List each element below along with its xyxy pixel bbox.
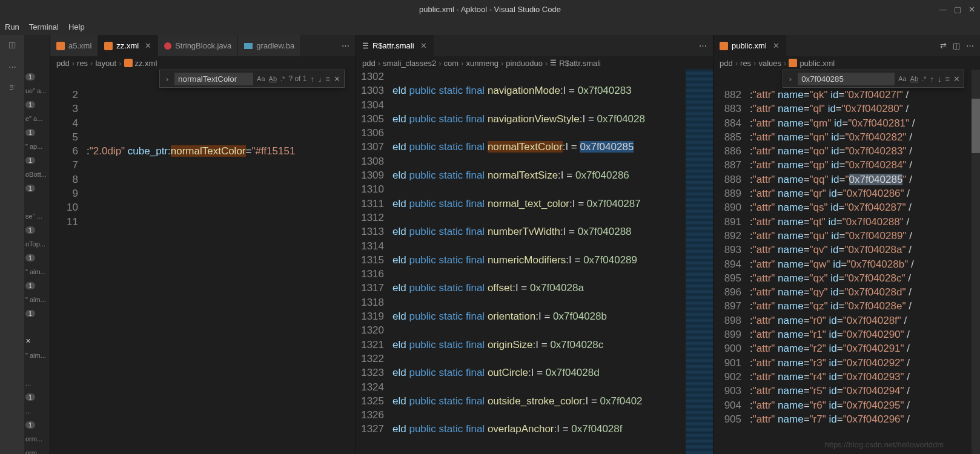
breadcrumb-item[interactable]: R$attr.smali [559, 59, 601, 68]
code-line[interactable]: :"attr" name="r2" id="0x7f040291" / [750, 341, 980, 355]
open-editor-entry[interactable] [24, 362, 50, 376]
find-close-icon[interactable]: ✕ [334, 74, 340, 84]
code-line[interactable]: :"attr" name="qr" id="0x7f040286" / [750, 186, 980, 200]
code-line[interactable] [392, 182, 686, 196]
code-line[interactable]: :"attr" name="qq" id="0x7f040285" / [750, 173, 980, 186]
code-area-1[interactable]: :"2.0dip" cube_ptr:normalTextColor="#ff1… [87, 70, 343, 454]
find-selection-icon[interactable]: ≡ [945, 74, 950, 84]
breadcrumb-item[interactable]: public.xml [800, 59, 835, 68]
minimap-2[interactable] [686, 70, 713, 454]
code-line[interactable]: :"attr" name="r0" id="0x7f04028f" / [750, 314, 980, 327]
files-icon[interactable]: ◫ [8, 40, 16, 49]
more-tabs-icon[interactable]: ⋯ [699, 41, 707, 50]
editor-body-1[interactable]: › Aa Ab .* ? of 1 ↑ ↓ ≡ ✕ 234567891011 :… [50, 70, 356, 454]
tab-zz-xml[interactable]: zz.xml✕ [98, 35, 158, 56]
code-line[interactable] [392, 352, 686, 366]
match-word-icon[interactable]: Ab [269, 75, 277, 82]
code-line[interactable]: eld public static final originSize:I = 0… [392, 338, 686, 352]
code-line[interactable]: :"attr" name="r1" id="0x7f040290" / [750, 327, 980, 341]
open-editor-entry[interactable]: oTop... [24, 237, 50, 251]
breadcrumb-item[interactable]: pdd [720, 59, 733, 68]
open-editor-entry[interactable]: ue" a... [24, 84, 50, 97]
find-prev-icon[interactable]: ↑ [930, 74, 934, 84]
breadcrumb-3[interactable]: pdd›res›values›public.xml [713, 56, 980, 70]
code-line[interactable]: :"attr" name="qm" id="0x7f040281" / [750, 116, 980, 130]
find-close-icon[interactable]: ✕ [953, 74, 960, 84]
close-icon[interactable]: ✕ [968, 5, 975, 14]
regex-icon[interactable]: .* [280, 75, 285, 82]
code-line[interactable]: :"attr" name="qu" id="0x7f040289" / [750, 229, 980, 243]
open-editor-entry[interactable]: " aim... [24, 265, 50, 278]
maximize-icon[interactable]: ▢ [954, 5, 961, 14]
code-line[interactable]: :"attr" name="qn" id="0x7f040282" / [750, 130, 980, 144]
open-editor-entry[interactable]: ... [24, 404, 50, 418]
code-line[interactable]: :"attr" name="qv" id="0x7f04028a" / [750, 243, 980, 257]
open-editor-entry[interactable]: ✕ [24, 334, 50, 348]
open-editor-entry[interactable]: orm... [24, 432, 50, 446]
code-line[interactable] [392, 126, 686, 140]
code-area-2[interactable]: eld public static final navigationMode:I… [392, 70, 686, 454]
find-next-icon[interactable]: ↓ [318, 74, 322, 84]
match-word-icon[interactable]: Ab [910, 75, 918, 82]
open-editor-entry[interactable]: 1 [24, 70, 50, 84]
code-line[interactable] [87, 158, 343, 172]
tab-public-xml[interactable]: public.xml✕ [713, 35, 786, 56]
breadcrumb-item[interactable]: pdd [362, 59, 376, 68]
breadcrumb-2[interactable]: pdd›smali_classes2›com›xunmeng›pinduoduo… [356, 56, 713, 70]
open-editor-entry[interactable]: 1 [24, 125, 50, 139]
code-line[interactable] [87, 215, 343, 229]
menu-help[interactable]: Help [68, 22, 85, 31]
tab-a5-xml[interactable]: a5.xml [50, 35, 98, 56]
code-line[interactable] [392, 267, 686, 281]
open-editor-entry[interactable]: 1 [24, 418, 50, 432]
breadcrumb-item[interactable]: smali_classes2 [383, 59, 436, 68]
open-editor-entry[interactable]: 1 [24, 251, 50, 265]
code-line[interactable]: eld public static final navigationMode:I… [392, 84, 686, 97]
open-editor-entry[interactable]: 1 [24, 278, 50, 292]
more-tabs-icon[interactable]: ⋯ [966, 41, 974, 50]
code-line[interactable]: eld public static final offset:I = 0x7f0… [392, 281, 686, 295]
open-editor-entry[interactable]: e" a... [24, 111, 50, 125]
code-line[interactable]: eld public static final outCircle:I = 0x… [392, 366, 686, 380]
breadcrumb-item[interactable]: pinduoduo [506, 59, 543, 68]
open-editor-entry[interactable]: 1 [24, 181, 50, 195]
code-line[interactable] [392, 211, 686, 225]
menu-run[interactable]: Run [5, 22, 19, 31]
menu-terminal[interactable]: Terminal [29, 22, 59, 31]
open-editor-entry[interactable]: orm... [24, 446, 50, 454]
code-line[interactable]: eld public static final orientation:I = … [392, 309, 686, 323]
editor-body-3[interactable]: › Aa Ab .* ↑ ↓ ≡ ✕ 882883884885886887888… [713, 70, 980, 454]
breadcrumb-item[interactable]: res [740, 59, 751, 68]
open-editor-entry[interactable]: ... [24, 376, 50, 390]
split-icon[interactable]: ◫ [953, 41, 960, 50]
code-line[interactable] [392, 408, 686, 422]
breadcrumb-item[interactable]: layout [95, 59, 116, 68]
code-line[interactable]: eld public static final normal_text_colo… [392, 197, 686, 211]
code-line[interactable] [87, 102, 343, 116]
find-widget-3[interactable]: › Aa Ab .* ↑ ↓ ≡ ✕ [783, 70, 964, 88]
code-line[interactable]: :"attr" name="qs" id="0x7f040287" / [750, 200, 980, 214]
open-editor-entry[interactable]: " ap... [24, 139, 50, 153]
tab-close-icon[interactable]: ✕ [420, 41, 427, 50]
code-line[interactable] [392, 239, 686, 253]
more-tabs-icon[interactable]: ⋯ [342, 41, 349, 50]
code-line[interactable]: :"attr" name="qw" id="0x7f04028b" / [750, 257, 980, 271]
code-line[interactable] [392, 70, 686, 84]
code-line[interactable] [87, 186, 343, 200]
code-line[interactable]: eld public static final navigationViewSt… [392, 112, 686, 126]
find-next-icon[interactable]: ↓ [938, 74, 942, 84]
code-line[interactable]: :"attr" name="qx" id="0x7f04028c" / [750, 271, 980, 285]
code-line[interactable]: eld public static final normalTextSize:I… [392, 168, 686, 182]
open-editor-entry[interactable]: " aim... [24, 348, 50, 362]
code-line[interactable]: eld public static final overlapAnchor:I … [392, 422, 686, 436]
find-toggle-replace-icon[interactable]: › [787, 74, 794, 84]
code-line[interactable]: :"attr" name="qk" id="0x7f04027f" / [750, 88, 980, 102]
open-editor-entry[interactable]: 1 [24, 223, 50, 237]
find-toggle-replace-icon[interactable]: › [164, 74, 171, 84]
open-editor-entry[interactable] [24, 195, 50, 209]
code-line[interactable] [392, 323, 686, 337]
code-line[interactable] [392, 98, 686, 112]
open-editor-entry[interactable]: 1 [24, 306, 50, 320]
breadcrumb-item[interactable]: res [77, 59, 88, 68]
tab-gradlew-ba[interactable]: gradlew.ba [238, 35, 301, 56]
